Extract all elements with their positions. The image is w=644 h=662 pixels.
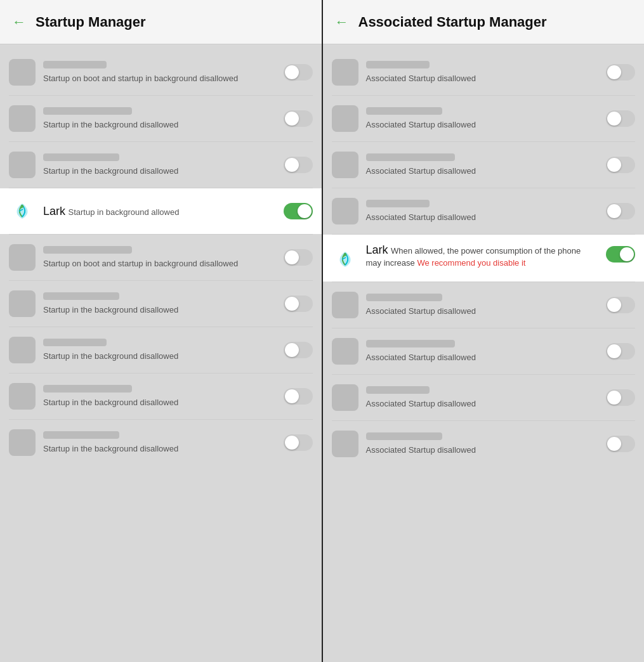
- toggle-switch[interactable]: [284, 388, 313, 405]
- toggle-switch[interactable]: [606, 64, 635, 81]
- app-name-placeholder: [43, 292, 119, 300]
- app-info: Associated Startup disallowed: [366, 386, 599, 409]
- toggle-switch[interactable]: [606, 343, 635, 360]
- toggle-switch[interactable]: [606, 389, 635, 406]
- toggle-switch[interactable]: [284, 342, 313, 358]
- toggle-switch[interactable]: [606, 203, 635, 219]
- app-status: Startup in the background disallowed: [43, 120, 178, 129]
- lark-right-app-icon: [332, 246, 358, 273]
- list-item[interactable]: Associated Startup disallowed: [323, 49, 645, 95]
- list-item[interactable]: Associated Startup disallowed: [323, 96, 645, 141]
- left-back-button[interactable]: ←: [10, 13, 28, 31]
- list-item[interactable]: Associated Startup disallowed: [323, 142, 645, 188]
- lark-right-description: When allowed, the power consumption of t…: [366, 246, 581, 268]
- right-back-button[interactable]: ←: [333, 13, 351, 31]
- list-item[interactable]: Startup in the background disallowed: [0, 420, 322, 465]
- app-status: Startup on boot and startup in backgroun…: [43, 259, 238, 268]
- app-name-placeholder: [43, 246, 132, 254]
- app-info: Startup on boot and startup in backgroun…: [43, 61, 276, 84]
- app-info: Startup in the background disallowed: [43, 431, 276, 454]
- app-info: Startup in the background disallowed: [43, 292, 276, 315]
- app-name-placeholder: [366, 386, 430, 394]
- app-name-placeholder: [43, 385, 132, 393]
- app-icon-placeholder: [332, 292, 358, 318]
- lark-toggle-switch[interactable]: [284, 203, 313, 219]
- left-list: Startup on boot and startup in backgroun…: [0, 44, 322, 662]
- list-item[interactable]: Startup in the background disallowed: [0, 96, 322, 141]
- list-item[interactable]: Associated Startup disallowed: [323, 375, 645, 420]
- app-icon-placeholder: [9, 383, 36, 410]
- list-item[interactable]: Startup on boot and startup in backgroun…: [0, 235, 322, 280]
- app-info: Associated Startup disallowed: [366, 340, 599, 363]
- lark-right-icon: [334, 248, 357, 271]
- app-info: Associated Startup disallowed: [366, 200, 599, 223]
- toggle-switch[interactable]: [606, 110, 635, 127]
- left-header: ← Startup Manager: [0, 0, 322, 44]
- left-panel-title: Startup Manager: [36, 14, 146, 30]
- app-icon-placeholder: [332, 338, 358, 365]
- app-info: Startup in the background disallowed: [43, 153, 276, 176]
- app-status: Associated Startup disallowed: [366, 120, 476, 129]
- app-icon-placeholder: [9, 105, 36, 132]
- app-info: Startup on boot and startup in backgroun…: [43, 246, 276, 269]
- app-status: Associated Startup disallowed: [366, 306, 476, 316]
- app-status: Startup in the background disallowed: [43, 166, 178, 176]
- app-status: Associated Startup disallowed: [366, 212, 476, 222]
- app-info: Associated Startup disallowed: [366, 107, 599, 130]
- lark-right-app-name: Lark: [366, 243, 388, 256]
- toggle-switch[interactable]: [284, 295, 313, 312]
- lark-app-status: Startup in background allowed: [68, 207, 179, 217]
- toggle-switch[interactable]: [284, 249, 313, 266]
- app-name-placeholder: [43, 153, 119, 161]
- lark-right-warning: We recommend you disable it: [417, 258, 525, 268]
- app-name-placeholder: [366, 61, 430, 68]
- app-icon-placeholder: [9, 290, 36, 317]
- app-info: Associated Startup disallowed: [366, 153, 599, 176]
- app-name-placeholder: [43, 107, 132, 115]
- app-status: Associated Startup disallowed: [366, 74, 476, 83]
- app-info: Associated Startup disallowed: [366, 61, 599, 84]
- lark-list-item[interactable]: Lark Startup in background allowed: [0, 188, 322, 234]
- toggle-switch[interactable]: [284, 110, 313, 127]
- lark-right-toggle-switch[interactable]: [606, 246, 635, 263]
- app-name-placeholder: [366, 294, 442, 301]
- right-back-icon: ←: [335, 14, 349, 30]
- app-info: Startup in the background disallowed: [43, 385, 276, 408]
- list-item[interactable]: Startup in the background disallowed: [0, 373, 322, 419]
- app-name-placeholder: [43, 431, 119, 439]
- app-icon-placeholder: [332, 59, 358, 86]
- app-status: Startup in the background disallowed: [43, 351, 178, 361]
- app-status: Startup on boot and startup in backgroun…: [43, 74, 238, 83]
- lark-app-icon: [9, 198, 36, 224]
- list-item[interactable]: Associated Startup disallowed: [323, 328, 645, 374]
- list-item[interactable]: Associated Startup disallowed: [323, 421, 645, 467]
- list-item[interactable]: Associated Startup disallowed: [323, 188, 645, 234]
- app-status: Startup in the background disallowed: [43, 444, 178, 453]
- lark-icon: [11, 200, 34, 223]
- toggle-switch[interactable]: [606, 297, 635, 313]
- app-status: Startup in the background disallowed: [43, 398, 178, 407]
- app-name-placeholder: [43, 339, 107, 346]
- toggle-switch[interactable]: [284, 64, 313, 81]
- lark-app-info: Lark Startup in background allowed: [43, 205, 276, 218]
- app-icon-placeholder: [332, 105, 358, 132]
- toggle-switch[interactable]: [284, 157, 313, 173]
- lark-right-app-info: Lark When allowed, the power consumption…: [366, 243, 599, 269]
- app-name-placeholder: [43, 61, 107, 68]
- app-icon-placeholder: [332, 152, 358, 178]
- list-item[interactable]: Startup in the background disallowed: [0, 281, 322, 327]
- app-status: Associated Startup disallowed: [366, 445, 476, 455]
- list-item[interactable]: Startup on boot and startup in backgroun…: [0, 49, 322, 95]
- app-icon-placeholder: [332, 384, 358, 411]
- list-item[interactable]: Associated Startup disallowed: [323, 282, 645, 328]
- lark-right-list-item[interactable]: Lark When allowed, the power consumption…: [323, 235, 645, 282]
- list-item[interactable]: Startup in the background disallowed: [0, 327, 322, 373]
- app-status: Associated Startup disallowed: [366, 353, 476, 362]
- toggle-switch[interactable]: [284, 434, 313, 451]
- toggle-switch[interactable]: [606, 436, 635, 452]
- toggle-switch[interactable]: [606, 157, 635, 173]
- list-item[interactable]: Startup in the background disallowed: [0, 142, 322, 188]
- app-icon-placeholder: [9, 244, 36, 271]
- app-name-placeholder: [366, 153, 455, 161]
- app-icon-placeholder: [9, 59, 36, 86]
